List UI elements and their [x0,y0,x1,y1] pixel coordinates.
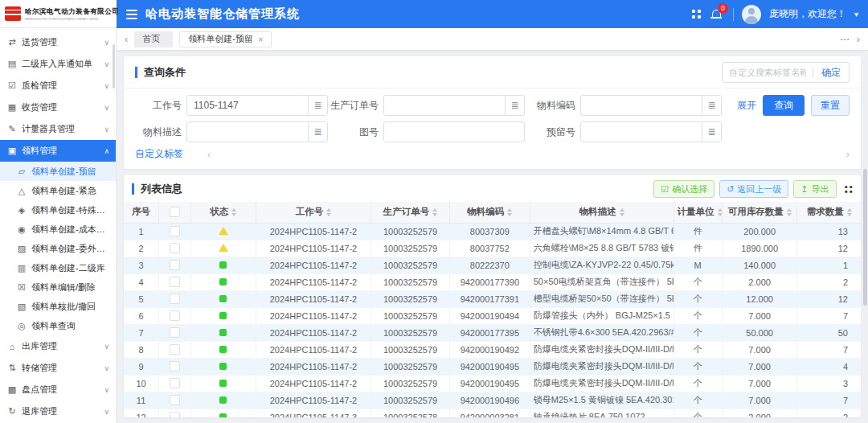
table-row[interactable]: 6 2024HPC1105-1147-2 10003252579 9420001… [124,307,861,324]
material-code-input[interactable] [581,100,702,111]
reset-button[interactable]: 重置 [811,95,850,116]
table-row[interactable]: 10 2024HPC1105-1147-2 10003252579 942000… [124,375,861,392]
col-demand[interactable]: 需求数量 [797,202,861,223]
tabs-scroll-right-icon[interactable]: › [857,33,860,45]
col-unit[interactable]: 计量单位 [674,202,722,223]
sort-icon [787,208,792,216]
col-status[interactable]: 状态 [190,202,256,223]
user-avatar[interactable] [742,5,761,24]
drawing-no-input[interactable] [384,126,524,138]
sidebar-item[interactable]: ◈ 领料单创建-特殊项目 [0,200,116,220]
tags-prev-icon[interactable]: ‹ [207,148,211,160]
sidebar-item[interactable]: ☑ 质检管理 ∨ [0,75,116,97]
sidebar-item[interactable]: ▧ 领料单核批/撤回 [0,297,116,316]
go-back-button[interactable]: ↺ 返回上一级 [719,180,788,198]
col-order-no[interactable]: 生产订单号 [371,202,450,223]
table-row[interactable]: 2 2024HPC1105-1147-2 10003252579 8003775… [124,240,861,257]
col-stock[interactable]: 可用库存数量 [722,202,797,223]
search-button[interactable]: 查询 [763,95,805,116]
sidebar-item[interactable]: ⇄ 送货管理 ∨ [0,31,116,53]
select-all-checkbox[interactable] [170,207,180,217]
sidebar-item[interactable]: ▱ 领料单创建-预留 [0,162,116,181]
sidebar-item[interactable]: ▨ 领料单创建-委外组件 [0,239,116,258]
user-menu-caret-icon[interactable]: ▾ [854,10,858,18]
table-row[interactable]: 5 2024HPC1105-1147-2 10003252579 9420001… [124,290,861,307]
batch-input-icon[interactable]: ≣ [505,96,524,115]
notification-bell-icon[interactable]: 0 [709,6,725,23]
sidebar: ⇄ 送货管理 ∨ ▤ 二级库入库通知单 ∨ ☑ 质检管理 ∨ ▦ [0,28,117,423]
row-checkbox[interactable] [170,243,180,253]
vertical-scrollbar[interactable] [863,169,867,306]
col-work-no[interactable]: 工作号 [256,202,371,223]
row-checkbox[interactable] [170,310,180,321]
reserve-no-input[interactable] [581,126,702,138]
row-checkbox[interactable] [170,395,180,405]
sidebar-item[interactable]: ⇅ 转储管理 ∨ [0,357,116,379]
tags-next-icon[interactable]: › [846,148,850,160]
row-checkbox[interactable] [170,260,180,270]
sidebar-item-label: 送货管理 [22,36,100,48]
row-checkbox[interactable] [170,344,180,355]
sidebar-item[interactable]: ▦ 收货管理 ∨ [0,97,116,118]
cell-stock: 7.000 [722,307,797,324]
sidebar-item[interactable]: ▩ 盘点管理 ∨ [0,379,116,400]
table-row[interactable]: 11 2024HPC1105-1147-2 10003252579 942000… [124,392,861,409]
row-checkbox[interactable] [170,277,180,287]
row-checkbox[interactable] [170,361,180,372]
table-row[interactable]: 12 2024HPC1105-1147-3 10003252578 942000… [124,409,861,417]
confirm-button[interactable]: 确定 [813,66,849,80]
sidebar-item-label: 出库管理 [22,340,100,352]
batch-input-icon[interactable]: ≣ [702,96,721,115]
row-checkbox[interactable] [170,378,180,388]
chevron-icon: ∨ [104,364,109,372]
sidebar-item[interactable]: ☒ 领料单编辑/删除 [0,277,116,297]
sidebar-item[interactable]: △ 领料单创建-紧急 [0,181,116,200]
tab[interactable]: 领料单创建-预留 × [179,31,272,47]
sidebar-item[interactable]: ↻ 退库管理 ∨ [0,400,116,422]
tab-close-icon[interactable]: × [258,35,263,44]
sidebar-item[interactable]: ▤ 二级库入库通知单 ∨ [0,53,116,75]
sidebar-item[interactable]: ◉ 领料单创建-成本中心 [0,220,116,239]
row-checkbox[interactable] [170,226,180,236]
batch-input-icon[interactable]: ≣ [702,122,721,142]
secondary-store-icon: ▥ [16,263,27,273]
table-row[interactable]: 8 2024HPC1105-1147-2 10003252579 9420001… [124,341,861,358]
table-row[interactable]: 4 2024HPC1105-1147-2 10003252579 9420001… [124,273,861,290]
cell-material-desc: 防爆电缆夹紧密封接头DQM-II/III-D/M20 [530,358,674,375]
batch-input-icon[interactable]: ≣ [308,96,327,115]
sidebar-collapse-icon[interactable] [126,10,137,19]
confirm-select-button[interactable]: ☑ 确认选择 [653,180,714,198]
table-row[interactable]: 7 2024HPC1105-1147-2 10003252579 9420001… [124,324,861,341]
table-row[interactable]: 3 2024HPC1105-1147-2 10003252579 8022237… [124,257,861,273]
sidebar-item[interactable]: ▥ 领料单创建-二级库 [0,258,116,277]
export-button[interactable]: ↥ 导出 [793,180,836,198]
col-material-desc[interactable]: 物料描述 [530,202,674,223]
fullscreen-icon[interactable] [692,10,701,18]
sidebar-item[interactable]: ▣ 领料管理 ∧ [0,140,116,162]
cell-seq: 8 [124,341,159,358]
table-row[interactable]: 9 2024HPC1105-1147-2 10003252579 9420001… [124,358,861,375]
table-row[interactable]: 1 2024HPC1105-1147-2 10003252579 8003730… [124,223,861,240]
custom-tag-button[interactable]: 自定义标签 [135,147,183,161]
status-icon [219,363,227,370]
expand-button[interactable]: 展开 [737,99,756,113]
sidebar-item[interactable]: ✎ 计量器具管理 ∨ [0,118,116,140]
custom-tag-name-input[interactable] [723,68,813,77]
sidebar-scrollbar[interactable] [113,44,115,88]
delivery-icon: ⇄ [6,37,18,47]
tab[interactable]: 首页 [134,31,173,47]
sidebar-item[interactable]: ⌂ 出库管理 ∨ [0,335,116,357]
work-no-input[interactable] [187,100,308,111]
material-desc-input[interactable] [187,126,308,138]
order-no-input[interactable] [384,100,505,111]
column-setting-icon[interactable]: ∷ [845,183,853,195]
tabs-more-icon[interactable]: ⋯ [840,34,850,45]
row-checkbox[interactable] [170,294,180,304]
sidebar-item[interactable]: ◎ 领料单查询 [0,316,116,335]
row-checkbox[interactable] [170,327,180,338]
tabs-scroll-left-icon[interactable]: ‹ [125,33,128,45]
col-material-code[interactable]: 物料编码 [449,202,530,223]
user-greeting[interactable]: 庞晓明，欢迎您！ [769,7,846,21]
row-checkbox[interactable] [170,412,180,417]
batch-input-icon[interactable]: ≣ [308,122,327,142]
